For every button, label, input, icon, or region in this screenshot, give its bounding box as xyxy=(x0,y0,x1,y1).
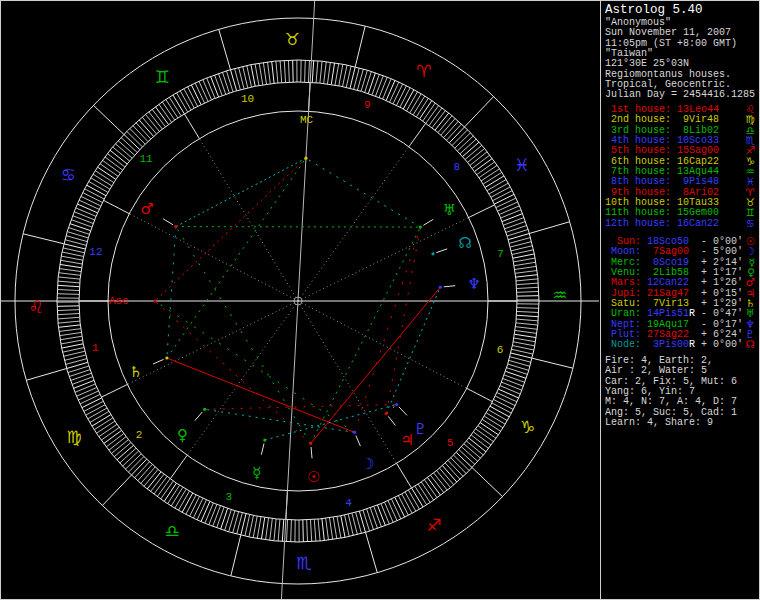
degree-tick xyxy=(205,503,214,523)
house-number-9: 9 xyxy=(364,99,371,111)
mercury-aspect-dot xyxy=(263,438,266,441)
planet-label: Mars: xyxy=(605,277,647,288)
degree-tick xyxy=(58,321,80,323)
degree-tick xyxy=(408,490,419,509)
degree-tick xyxy=(514,338,536,342)
sign-boundary xyxy=(366,532,378,572)
house-cusp-value: 7th house: 13Aqu44 xyxy=(605,166,719,177)
planet-label: Moon: xyxy=(605,246,647,257)
degree-tick xyxy=(372,74,379,95)
pluto-pointer xyxy=(399,407,407,415)
zodiac-glyph-taurus: ♉ xyxy=(285,29,300,49)
planet-label: Venu: xyxy=(605,267,647,278)
planet-glyph-venus: ♀ xyxy=(177,426,188,444)
mars-pointer xyxy=(163,219,173,225)
degree-tick xyxy=(201,501,210,521)
planet-glyph-pluto: ♇ xyxy=(413,420,426,438)
degree-tick xyxy=(59,273,81,276)
degree-tick xyxy=(217,507,224,528)
degree-tick xyxy=(316,61,318,83)
degree-tick xyxy=(515,271,537,274)
uranus-pointer xyxy=(423,219,433,225)
neptune-aspect-dot xyxy=(439,286,442,289)
degree-tick xyxy=(488,410,507,421)
degree-tick xyxy=(218,73,225,94)
degree-tick xyxy=(512,349,533,354)
degree-tick xyxy=(74,212,94,220)
planet-label: Plut: xyxy=(605,329,647,340)
sign-boundary xyxy=(472,468,502,497)
degree-tick xyxy=(503,218,524,226)
degree-tick xyxy=(221,508,228,529)
degree-tick xyxy=(60,332,82,335)
degree-tick xyxy=(57,290,79,291)
degree-tick xyxy=(182,493,193,512)
planet-label: Node: xyxy=(605,339,647,350)
degree-tick xyxy=(61,256,83,260)
degree-tick xyxy=(327,62,330,84)
degree-tick xyxy=(486,413,505,424)
degree-tick xyxy=(502,214,523,222)
degree-tick xyxy=(376,76,384,97)
venus-pointer xyxy=(195,412,203,421)
degree-tick xyxy=(58,277,80,279)
degree-tick xyxy=(276,61,278,83)
house-cusp-value: 1st house: 13Leo44 xyxy=(605,104,719,115)
degree-tick xyxy=(89,181,108,192)
sign-boundary xyxy=(26,369,66,381)
degree-tick xyxy=(322,519,324,541)
degree-tick xyxy=(209,504,217,524)
degree-tick xyxy=(513,258,535,262)
degree-tick xyxy=(383,79,392,99)
degree-tick xyxy=(343,65,347,87)
jupiter-aspect-dot xyxy=(385,412,388,415)
degree-tick xyxy=(257,517,261,539)
sign-boundary xyxy=(94,105,124,134)
degree-tick xyxy=(188,87,198,107)
planet-glyph-moon: ☽ xyxy=(361,455,374,473)
sign-boundary xyxy=(465,97,494,127)
degree-tick xyxy=(255,64,259,86)
planet-label: Jupi: xyxy=(605,288,647,299)
degree-tick xyxy=(517,287,539,288)
house-number-2: 2 xyxy=(136,429,143,441)
degree-tick xyxy=(203,80,212,100)
degree-tick xyxy=(62,344,84,348)
degree-tick xyxy=(305,60,306,82)
degree-tick xyxy=(405,492,416,511)
planet-glyph-mercury: ☿ xyxy=(252,464,261,482)
degree-tick xyxy=(312,61,313,83)
degree-tick xyxy=(517,308,539,309)
house-row: 12th house: 16Can22♋ xyxy=(605,219,760,229)
venus-aspect-dot xyxy=(203,408,206,411)
house-cusp-spoke xyxy=(298,205,495,301)
chart-header: Astrolog 5.40 "Anonymous"Sun November 11… xyxy=(605,3,760,101)
degree-tick xyxy=(61,340,83,344)
degree-tick xyxy=(494,194,514,204)
astrolog-window: ☉☽☿♀♂♃♄♅♆♇☊123456789101112♈♉♊♋♌♍♎♏♐♑♒♓As… xyxy=(0,0,760,600)
degree-tick xyxy=(410,94,421,113)
planet-position-value: 12Can22 xyxy=(647,277,689,288)
house-cusp-value: 5th house: 15Sag00 xyxy=(605,145,719,156)
degree-tick xyxy=(207,78,215,98)
degree-tick xyxy=(307,520,308,542)
mercury-pointer xyxy=(261,444,264,455)
aspect-line-uranus-mc xyxy=(306,158,420,227)
degree-tick xyxy=(73,216,94,224)
house-number-8: 8 xyxy=(454,161,461,173)
degree-tick xyxy=(412,488,423,507)
house-cusp-spoke xyxy=(104,200,298,301)
degree-tick xyxy=(59,269,81,272)
planet-position-value: 19Aqu17 xyxy=(647,319,689,330)
house-cusp-spoke xyxy=(184,114,298,301)
planet-position-value: 21Sag47 xyxy=(647,288,689,299)
degree-tick xyxy=(57,313,79,314)
planet-label: Satu: xyxy=(605,298,647,309)
degree-tick xyxy=(70,224,91,231)
degree-tick xyxy=(391,499,400,519)
saturn-aspect-dot xyxy=(165,356,168,359)
node-aspect-dot xyxy=(431,252,434,255)
pluto-aspect-dot xyxy=(395,403,398,406)
zodiac-glyph-virgo: ♍ xyxy=(66,427,81,447)
degree-tick xyxy=(184,89,194,108)
